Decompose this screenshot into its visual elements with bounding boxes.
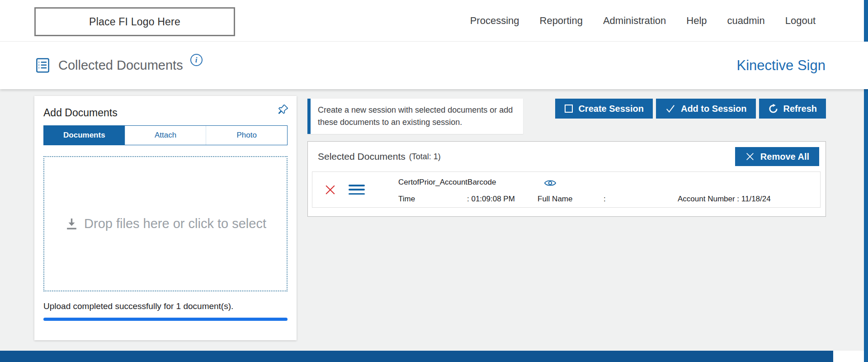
fi-logo-text: Place FI Logo Here [89, 16, 180, 28]
time-value: : 01:09:08 PM [467, 195, 515, 204]
drag-handle-icon[interactable] [349, 185, 365, 195]
document-name: CertofPrior_AccountBarcode [398, 178, 496, 187]
document-row: CertofPrior_AccountBarcode Time : 01:09:… [312, 171, 821, 208]
page: Place FI Logo Here Processing Reporting … [0, 0, 868, 362]
nav-item-help[interactable]: Help [686, 15, 707, 27]
fullname-label: Full Name [538, 195, 572, 204]
refresh-button[interactable]: Refresh [759, 99, 826, 119]
fullname-value: : [604, 195, 606, 204]
remove-all-label: Remove All [760, 152, 809, 162]
create-session-label: Create Session [578, 104, 644, 114]
download-icon [65, 217, 79, 231]
brand-kinective-sign: Kinective Sign [737, 57, 826, 74]
tab-photo[interactable]: Photo [206, 126, 287, 145]
delete-document-icon[interactable] [324, 184, 336, 196]
create-session-icon [564, 104, 573, 113]
top-nav-menu: Processing Reporting Administration Help… [470, 0, 816, 42]
refresh-icon [768, 104, 778, 114]
tab-attach[interactable]: Attach [125, 126, 206, 145]
info-icon[interactable]: i [190, 54, 203, 66]
nav-item-administration[interactable]: Administration [603, 15, 666, 27]
footer-bar [0, 351, 833, 362]
add-documents-card: Add Documents Documents Attach Photo Dro… [34, 96, 297, 340]
file-dropzone[interactable]: Drop files here or click to select [43, 156, 288, 291]
account-number-text: Account Number : 11/18/24 [678, 195, 771, 204]
checkmark-icon [665, 104, 676, 114]
refresh-label: Refresh [783, 104, 817, 114]
nav-item-reporting[interactable]: Reporting [540, 15, 583, 27]
add-to-session-button[interactable]: Add to Session [656, 99, 756, 119]
page-title-group: Collected Documents i [34, 42, 203, 89]
remove-all-x-icon [745, 152, 755, 162]
session-actions: Create Session Add to Session Refresh [555, 99, 826, 119]
fi-logo-placeholder: Place FI Logo Here [34, 7, 235, 36]
add-documents-title: Add Documents [43, 107, 288, 119]
upload-progress-bar [43, 318, 288, 321]
create-session-button[interactable]: Create Session [555, 99, 653, 119]
session-info-text: Create a new session with selected docum… [318, 105, 513, 127]
page-header: Collected Documents i Kinective Sign [0, 42, 868, 89]
collected-documents-icon [34, 57, 51, 74]
session-info-strip: Create a new session with selected docum… [307, 99, 523, 134]
upload-status-text: Upload completed successfully for 1 docu… [43, 301, 288, 311]
nav-item-processing[interactable]: Processing [470, 15, 519, 27]
selected-documents-header: Selected Documents (Total: 1) Remove All [308, 142, 826, 167]
selected-documents-panel: Selected Documents (Total: 1) Remove All [307, 141, 826, 217]
time-label: Time [398, 195, 415, 204]
dropzone-label: Drop files here or click to select [84, 216, 266, 231]
pin-icon[interactable] [277, 103, 289, 118]
selected-documents-total: (Total: 1) [409, 152, 441, 162]
nav-item-user-cuadmin[interactable]: cuadmin [727, 15, 765, 27]
selected-documents-title: Selected Documents [318, 151, 406, 162]
preview-eye-icon[interactable] [544, 178, 557, 188]
remove-all-button[interactable]: Remove All [735, 147, 819, 166]
main-content: Add Documents Documents Attach Photo Dro… [0, 89, 868, 351]
top-nav-bar: Place FI Logo Here Processing Reporting … [0, 0, 868, 42]
add-documents-tabs: Documents Attach Photo [43, 125, 288, 145]
page-title: Collected Documents [58, 58, 183, 73]
nav-item-logout[interactable]: Logout [785, 15, 816, 27]
add-to-session-label: Add to Session [681, 104, 747, 114]
tab-documents[interactable]: Documents [44, 126, 125, 145]
